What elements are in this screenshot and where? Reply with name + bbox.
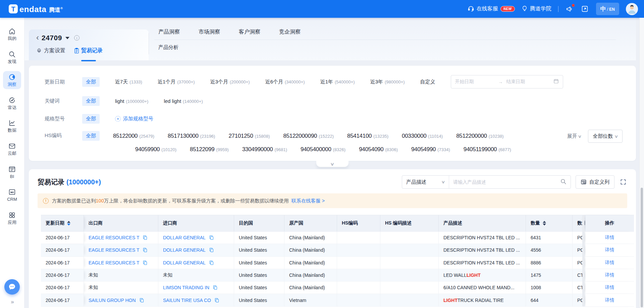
contact-service-link[interactable]: 联系在线客服 > [291,198,325,203]
custom-columns-button[interactable]: 自定义列 [576,175,614,189]
hs-code-option[interactable]: 85414100(13235) [347,133,388,139]
sort-caret-icon[interactable] [543,221,546,226]
cell-importer-link[interactable]: DOLLAR GENERAL [163,260,206,265]
copy-icon[interactable] [209,235,214,240]
tendata-logo[interactable]: T endata 腾道® [9,4,63,13]
date-custom-option[interactable]: 自定义 [420,79,435,85]
add-spec-button[interactable]: + 添加规格型号 [115,116,153,122]
table-row[interactable]: 2024-06-17未知LIMSON TRADING INUnited Stat… [41,282,634,294]
hs-code-option[interactable]: 27101250(15808) [228,133,270,139]
language-switcher[interactable]: 中 / EN [596,3,619,15]
hs-code-option[interactable]: 00330000(11014) [402,133,443,139]
info-icon[interactable]: i [74,35,79,41]
hs-code-option[interactable]: 94051199000(6877) [464,146,511,153]
keyword-filter-option[interactable]: light(1000000+) [115,98,148,104]
column-header-0[interactable]: 更新日期 [41,215,84,231]
tab-insight-3[interactable]: 竞企洞察 [279,28,301,36]
user-avatar[interactable] [626,3,638,15]
sidebar-item-bi[interactable]: BI [3,163,21,181]
detail-link[interactable]: 详情 [605,235,614,241]
cell-exporter-link[interactable]: EAGLE RESOURCES T [89,235,139,240]
online-service-button[interactable]: 在线客服 NEW [468,5,515,13]
tab-insight-0[interactable]: 产品洞察 [158,28,180,36]
cell-exporter-link[interactable]: EAGLE RESOURCES T [89,247,139,253]
date-filter-option[interactable]: 近1个月(37000+) [158,79,195,85]
hs-code-option[interactable]: 85122000090(15222) [283,133,334,139]
spec-all-chip[interactable]: 全部 [82,114,100,124]
sidebar-item-data[interactable]: 数据 [3,117,21,135]
table-row[interactable]: 2024-06-17EAGLE RESOURCES TDOLLAR GENERA… [41,257,634,269]
copy-icon[interactable] [143,235,148,240]
sidebar-item-insight[interactable]: 洞察 [3,71,21,89]
page-scrollbar[interactable] [639,18,644,308]
table-row[interactable]: 2024-06-17未知未知United StatesChina (Mainla… [41,269,634,282]
keyword-all-chip[interactable]: 全部 [82,96,100,106]
hs-all-chip[interactable]: 全部 [82,131,100,141]
date-range-input[interactable]: 开始日期 → 结束日期 [451,75,563,88]
product-search-input[interactable] [453,179,557,185]
detail-link[interactable]: 详情 [605,247,614,253]
fullscreen-icon[interactable] [581,5,589,13]
copy-icon[interactable] [214,298,219,303]
plan-dropdown-caret-icon[interactable] [65,37,69,39]
cell-importer-link[interactable]: DOLLAR GENERAL [163,247,206,253]
sidebar-item-apps[interactable]: 应用 [3,209,21,227]
table-scrollbar[interactable] [582,215,585,307]
cell-exporter-link[interactable]: EAGLE RESOURCES T [89,260,139,265]
detail-link[interactable]: 详情 [605,297,614,303]
copy-icon[interactable] [143,247,148,253]
date-filter-option[interactable]: 近7天(1333) [115,79,142,85]
sort-caret-icon[interactable] [67,221,70,226]
detail-link[interactable]: 详情 [605,285,614,291]
copy-icon[interactable] [209,247,214,253]
hs-code-option[interactable]: 3304990000(9681) [242,146,287,153]
back-icon[interactable]: ‹ [36,34,39,42]
date-all-chip[interactable]: 全部 [82,77,100,87]
announcement-icon[interactable] [565,5,574,13]
cell-exporter-link[interactable]: SAILUN GROUP HON [89,298,136,303]
copy-icon[interactable] [139,298,144,303]
date-filter-option[interactable]: 近3年(980000+) [370,79,405,85]
search-icon[interactable] [560,178,567,186]
cell-importer-link[interactable]: LIMSON TRADING IN [163,285,209,290]
sidebar-expand-chevrons[interactable]: » [11,299,13,305]
copy-icon[interactable] [143,260,148,265]
cell-importer-link[interactable]: DOLLAR GENERAL [163,235,206,240]
hs-digits-select[interactable]: 全部位数 ∨ [588,130,623,143]
detail-link[interactable]: 详情 [605,260,614,266]
filter-collapse-toggle[interactable]: ∨ [316,161,348,167]
academy-button[interactable]: 腾道学院 [522,5,551,13]
tab-trade-records[interactable]: 贸易记录 [74,47,103,57]
hs-code-option[interactable]: 9405400000(8326) [301,146,345,153]
table-row[interactable]: 2024-06-17SAILUN GROUP HONSAILUN TIRE US… [41,294,634,306]
hs-code-option[interactable]: 8512200000(10238) [456,133,503,139]
table-row[interactable]: 2024-06-17EAGLE RESOURCES TDOLLAR GENERA… [41,244,634,256]
hs-code-option[interactable]: 85122099(9959) [190,146,229,153]
date-filter-option[interactable]: 近6个月(340000+) [265,79,305,85]
date-filter-option[interactable]: 近3个月(200000+) [210,79,250,85]
hs-code-option[interactable]: 94059900(10120) [135,146,176,153]
cell-importer-link[interactable]: SAILUN TIRE USA CO [163,298,211,303]
sidebar-item-radar[interactable]: 雷达 [3,94,21,112]
sidebar-item-home[interactable]: 我的 [3,25,21,43]
sidebar-item-mail[interactable]: 云邮 [3,140,21,158]
detail-link[interactable]: 详情 [605,272,614,278]
keyword-filter-option[interactable]: led light(140000+) [164,98,203,104]
chat-widget-button[interactable] [4,279,20,295]
hs-code-option[interactable]: 8517130000(23196) [168,133,215,139]
copy-icon[interactable] [213,285,218,290]
tab-plan-settings[interactable]: 方案设置 [36,47,65,57]
sidebar-item-crm[interactable]: CRM [3,186,21,204]
search-type-select[interactable]: 产品描述 ∨ [402,176,449,188]
plan-id[interactable]: 24709 [42,34,62,42]
tab-insight-2[interactable]: 客户洞察 [239,28,260,36]
scrollbar-thumb[interactable] [641,188,643,307]
copy-icon[interactable] [209,260,214,265]
sidebar-item-search[interactable]: 发现 [3,48,21,66]
tab-product-analysis[interactable]: 产品分析 [158,44,178,51]
hs-code-option[interactable]: 94054990(7334) [411,146,450,153]
hs-code-option[interactable]: 85122000(25479) [113,133,154,139]
hs-code-option[interactable]: 94054090(8306) [359,146,398,153]
date-filter-option[interactable]: 近1年(540000+) [320,79,355,85]
hs-expand-link[interactable]: 展开 ∨ [567,133,581,139]
